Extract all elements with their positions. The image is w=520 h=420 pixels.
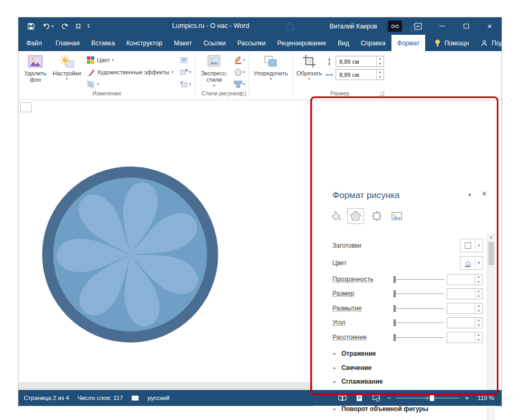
- tab-home[interactable]: Главная: [50, 35, 86, 51]
- presets-dropdown[interactable]: ▾: [460, 239, 483, 252]
- word-count[interactable]: Число слов: 117: [77, 395, 123, 401]
- spin-down-icon[interactable]: ▼: [475, 338, 482, 343]
- color-button[interactable]: Цвет ▾: [85, 54, 176, 65]
- spin-down-icon[interactable]: ▼: [377, 62, 384, 67]
- pane-tab-picture[interactable]: [388, 208, 405, 224]
- tab-format-active[interactable]: Формат: [391, 35, 426, 51]
- quick-styles-button[interactable]: Экспресс-стили ▾: [197, 52, 232, 87]
- print-layout-button[interactable]: [354, 393, 365, 403]
- angle-slider[interactable]: [394, 319, 444, 327]
- shadow-color-dropdown[interactable]: ▾: [460, 256, 483, 270]
- pane-close-button[interactable]: ×: [482, 189, 487, 198]
- ribbon-display-options-button[interactable]: [413, 22, 423, 31]
- insert-symbol-button[interactable]: Ω: [76, 22, 81, 30]
- spin-up-icon[interactable]: ▲: [475, 275, 482, 280]
- redo-button[interactable]: [61, 22, 69, 31]
- blur-slider[interactable]: [394, 305, 444, 312]
- undo-dropdown-icon[interactable]: ▾: [52, 25, 54, 28]
- width-spinner[interactable]: ▲▼: [376, 70, 384, 80]
- section-glow[interactable]: ▸ Свечение: [313, 364, 495, 373]
- spin-down-icon[interactable]: ▼: [475, 309, 482, 314]
- size-slider[interactable]: [394, 290, 444, 298]
- scroll-up-icon[interactable]: ▲: [487, 233, 495, 241]
- document-page[interactable]: [18, 100, 311, 382]
- size-input[interactable]: ▲▼: [447, 288, 483, 299]
- spin-down-icon[interactable]: ▼: [475, 294, 482, 299]
- slider-thumb[interactable]: [394, 290, 396, 297]
- crop-button[interactable]: Обрезать ▾: [295, 52, 324, 81]
- slider-thumb[interactable]: [394, 305, 396, 312]
- page-indicator[interactable]: Страница 2 из 4: [24, 395, 69, 401]
- shape-height-input[interactable]: 8,89 см ▲▼: [336, 56, 384, 67]
- spin-down-icon[interactable]: ▼: [475, 280, 482, 285]
- pane-tab-fill-line[interactable]: [327, 208, 344, 224]
- customize-qat-button[interactable]: ▾: [87, 24, 90, 28]
- slider-thumb[interactable]: [394, 276, 396, 283]
- angle-input[interactable]: ▲▼: [447, 317, 483, 328]
- slider-thumb[interactable]: [394, 319, 396, 326]
- arrange-button[interactable]: Упорядочить ▾: [251, 52, 291, 81]
- slider-thumb[interactable]: [394, 334, 396, 341]
- transparency-slider[interactable]: [394, 276, 444, 284]
- user-name[interactable]: Виталий Каиров: [329, 23, 377, 30]
- distance-input[interactable]: ▲▼: [447, 332, 483, 343]
- zoom-slider[interactable]: [396, 394, 459, 402]
- tab-view[interactable]: Вид: [332, 35, 355, 51]
- change-picture-button[interactable]: ▾: [178, 66, 193, 77]
- tab-assistant[interactable]: Помощн: [428, 35, 475, 51]
- transparency-button[interactable]: ▾: [85, 79, 103, 90]
- spin-up-icon[interactable]: ▲: [377, 56, 384, 62]
- language-indicator[interactable]: русский: [148, 395, 169, 401]
- remove-background-button[interactable]: Удалить фон: [21, 52, 50, 83]
- shape-width-input[interactable]: 8,89 см ▲▼: [336, 69, 384, 80]
- tab-insert[interactable]: Вставка: [85, 35, 121, 51]
- spin-down-icon[interactable]: ▼: [475, 323, 482, 328]
- dialog-launcher-icon[interactable]: ↘: [379, 91, 384, 96]
- close-button[interactable]: ×: [478, 17, 502, 35]
- zoom-slider-thumb[interactable]: [430, 395, 434, 401]
- spin-down-icon[interactable]: ▼: [377, 75, 384, 80]
- zoom-out-button[interactable]: −: [387, 395, 391, 402]
- tab-references[interactable]: Ссылки: [198, 35, 231, 51]
- picture-layout-button[interactable]: ▾: [232, 79, 247, 90]
- proofing-book-icon[interactable]: [131, 395, 139, 402]
- tab-file[interactable]: Файл: [18, 35, 50, 51]
- pane-tab-layout-properties[interactable]: [368, 208, 385, 224]
- glasses-badge[interactable]: [388, 21, 402, 32]
- spin-up-icon[interactable]: ▲: [475, 289, 482, 294]
- picture-effects-button[interactable]: ▾: [232, 66, 247, 77]
- blur-input[interactable]: ▲▼: [447, 303, 483, 314]
- zoom-in-button[interactable]: +: [465, 395, 469, 402]
- tab-review[interactable]: Рецензирование: [271, 35, 332, 51]
- citrus-slice-image[interactable]: [41, 165, 219, 344]
- transparency-input[interactable]: ▲▼: [447, 274, 483, 285]
- reset-picture-button[interactable]: ▾: [178, 79, 193, 90]
- corrections-button[interactable]: Настройки ▾: [50, 52, 84, 81]
- minimize-button[interactable]: [430, 17, 454, 35]
- maximize-button[interactable]: [454, 17, 478, 35]
- pane-tab-effects-selected[interactable]: [347, 208, 364, 224]
- scrollbar-thumb[interactable]: [488, 242, 494, 265]
- share-button[interactable]: Поделиться: [475, 35, 520, 51]
- artistic-effects-button[interactable]: Художественные эффекты ▾: [85, 66, 176, 77]
- tab-layout[interactable]: Макет: [168, 35, 198, 51]
- compress-pictures-button[interactable]: [178, 54, 193, 65]
- height-spinner[interactable]: ▲▼: [376, 56, 384, 66]
- section-reflection[interactable]: ▸ Отражение: [313, 349, 495, 359]
- dialog-launcher-icon[interactable]: ↘: [241, 91, 246, 96]
- section-3d-rotation[interactable]: ▸ Поворот объемной фигуры: [313, 405, 495, 414]
- spin-up-icon[interactable]: ▲: [475, 304, 482, 309]
- tab-design[interactable]: Конструктор: [121, 35, 168, 51]
- undo-button[interactable]: ▾: [42, 22, 54, 31]
- read-mode-button[interactable]: [337, 393, 348, 403]
- distance-slider[interactable]: [394, 334, 444, 341]
- zoom-level[interactable]: 110 %: [474, 395, 494, 401]
- save-button[interactable]: [27, 22, 35, 31]
- section-soft-edges[interactable]: ▸ Сглаживание: [313, 377, 495, 387]
- tab-mailings[interactable]: Рассылки: [231, 35, 271, 51]
- pane-collapse-button[interactable]: ▾: [468, 192, 471, 198]
- tab-help[interactable]: Справка: [355, 35, 391, 51]
- spin-up-icon[interactable]: ▲: [475, 318, 482, 323]
- spin-up-icon[interactable]: ▲: [377, 70, 384, 75]
- picture-border-button[interactable]: ▾: [232, 54, 247, 65]
